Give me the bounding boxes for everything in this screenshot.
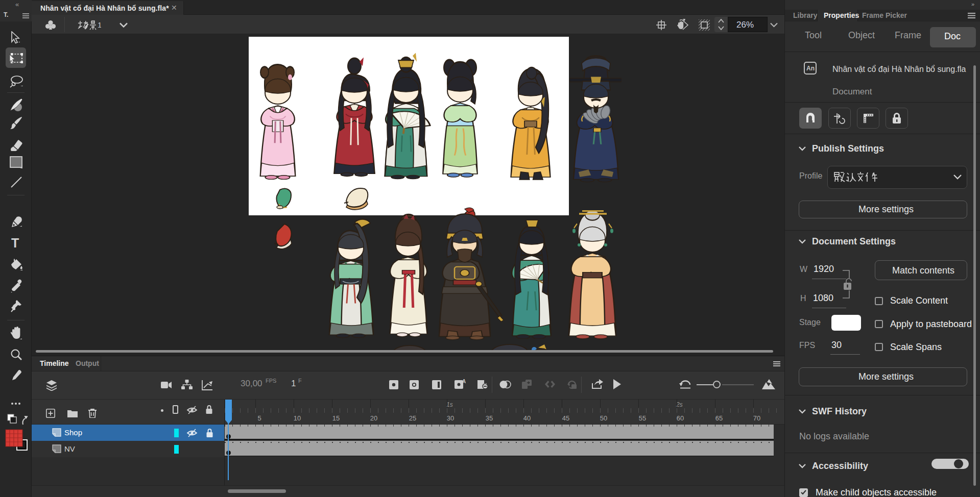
svg-text:1: 1 [98,20,101,29]
svg-text:A: A [462,379,466,384]
